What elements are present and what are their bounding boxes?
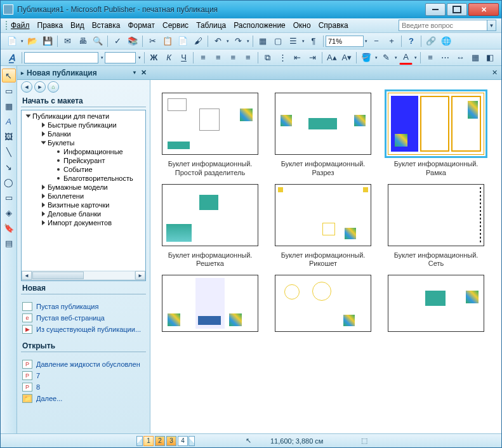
redo-button[interactable]: ↷: [231, 34, 245, 48]
underline-button[interactable]: Ч: [177, 51, 191, 65]
mail-button[interactable]: ✉: [60, 34, 74, 48]
align-left-button[interactable]: ≡: [196, 51, 210, 65]
font-size-combo[interactable]: [105, 52, 136, 63]
print-button[interactable]: 🖶: [76, 34, 89, 48]
menu-file[interactable]: Файл: [11, 21, 30, 30]
tree-item[interactable]: Информационные: [22, 147, 145, 156]
line-style-button[interactable]: ≡: [423, 51, 437, 65]
redo-dropdown[interactable]: ▾: [246, 39, 251, 44]
arrow-style-button[interactable]: ↔: [453, 51, 467, 65]
dash-style-button[interactable]: ⋯: [439, 51, 452, 65]
new-button[interactable]: 📄: [5, 34, 19, 48]
tree-scroll-left[interactable]: ◄: [22, 271, 32, 280]
tree-item[interactable]: Быстрые публикации: [22, 121, 145, 129]
menu-view[interactable]: Вид: [70, 21, 84, 30]
zoom-in-button[interactable]: +: [385, 34, 399, 48]
line-color-button[interactable]: ✎: [380, 51, 393, 65]
wordart-tool[interactable]: A: [2, 114, 16, 128]
gallery-item-0[interactable]: Буклет информационный. Простой разделите…: [162, 93, 258, 178]
save-button[interactable]: 💾: [41, 34, 55, 48]
tree-item[interactable]: Событие: [22, 165, 145, 174]
paste-button[interactable]: 📄: [176, 34, 190, 48]
research-button[interactable]: 📚: [126, 34, 140, 48]
fill-color-button[interactable]: 🪣: [359, 51, 373, 65]
page-nav-3[interactable]: 3: [166, 436, 176, 446]
3d-button[interactable]: ◧: [484, 51, 498, 65]
menu-insert[interactable]: Вставка: [92, 21, 121, 30]
italic-button[interactable]: К: [162, 51, 176, 65]
nav-back-button[interactable]: ◄: [21, 81, 32, 93]
help-dropdown-arrow[interactable]: ▼: [487, 20, 496, 31]
bold-button[interactable]: Ж: [147, 51, 161, 65]
link-recent-1[interactable]: P7: [22, 370, 145, 381]
layout-tree[interactable]: Публикации для печати Быстрые публикации…: [21, 110, 146, 281]
font-name-dropdown[interactable]: ▾: [100, 55, 105, 60]
link-blank-web[interactable]: eПустая веб-страница: [22, 312, 145, 324]
font-color-dropdown[interactable]: ▾: [413, 55, 418, 60]
menu-edit[interactable]: Правка: [37, 21, 63, 30]
font-name-combo[interactable]: [24, 52, 98, 63]
link-recent-0[interactable]: PДавление жидкости обусловлен: [22, 359, 145, 370]
minimize-button[interactable]: [425, 3, 446, 16]
copy-button[interactable]: 📋: [161, 34, 175, 48]
zoom-combo[interactable]: 71%: [326, 36, 364, 47]
tree-item[interactable]: Бумажные модели: [22, 183, 145, 192]
increase-indent-button[interactable]: ⇥: [305, 51, 319, 65]
tree-root[interactable]: Публикации для печати: [22, 112, 145, 121]
link-recent-2[interactable]: P8: [22, 381, 145, 393]
tree-scroll-right[interactable]: ►: [135, 271, 145, 280]
font-size-dropdown[interactable]: ▾: [137, 55, 142, 60]
font-color-button[interactable]: A: [399, 51, 413, 65]
gallery-item-2[interactable]: Буклет информационный. Рамка: [388, 93, 484, 178]
gallery-item-4[interactable]: Буклет информационный. Рикошет: [275, 184, 371, 269]
tree-item[interactable]: Бланки: [22, 129, 145, 138]
gallery-item-8[interactable]: [388, 275, 484, 332]
zoom-dropdown[interactable]: ▾: [364, 39, 369, 44]
maximize-button[interactable]: [447, 3, 467, 16]
select-tool[interactable]: ↖: [2, 69, 16, 82]
menu-window[interactable]: Окно: [293, 21, 311, 30]
autoshapes-tool[interactable]: ◈: [2, 206, 16, 220]
align-justify-button[interactable]: ≡: [241, 51, 255, 65]
gallery-item-5[interactable]: Буклет информационный. Сеть: [388, 184, 484, 269]
align-center-button[interactable]: ≡: [211, 51, 225, 65]
bullets-button[interactable]: ⋮: [275, 51, 289, 65]
bring-front-button[interactable]: ▦: [256, 34, 270, 48]
styles-button[interactable]: A̲: [5, 51, 19, 65]
gallery-close-button[interactable]: ✕: [492, 69, 498, 77]
tree-item[interactable]: Импорт документов: [22, 218, 145, 227]
gallery-item-1[interactable]: Буклет информационный. Разрез: [275, 93, 371, 178]
menu-gripper[interactable]: [6, 21, 8, 30]
bookmark-tool[interactable]: 🔖: [2, 221, 16, 235]
oval-tool[interactable]: ◯: [2, 175, 16, 189]
fill-color-dropdown[interactable]: ▾: [374, 55, 379, 60]
design-gallery-tool[interactable]: ▤: [2, 236, 16, 250]
gallery-item-7[interactable]: [275, 275, 371, 332]
undo-dropdown[interactable]: ▾: [225, 39, 230, 44]
align-right-button[interactable]: ≡: [227, 51, 241, 65]
numbering-button[interactable]: ⧉: [261, 51, 275, 65]
rectangle-tool[interactable]: ▭: [2, 190, 16, 204]
nav-home-button[interactable]: ⌂: [48, 81, 59, 93]
arrow-tool[interactable]: ↘: [2, 160, 16, 174]
gallery-item-6[interactable]: [162, 275, 258, 332]
help-search-input[interactable]: [399, 20, 487, 31]
undo-button[interactable]: ↶: [211, 34, 225, 48]
send-back-button[interactable]: ▢: [271, 34, 285, 48]
preview-button[interactable]: 🔍: [91, 34, 105, 48]
menu-help[interactable]: Справка: [319, 21, 348, 30]
link-blank-pub[interactable]: Пустая публикация: [22, 301, 145, 312]
cut-button[interactable]: ✂: [145, 34, 159, 48]
gallery-item-3[interactable]: Буклет информационный. Решетка: [162, 184, 258, 269]
picture-tool[interactable]: 🖼: [2, 129, 16, 143]
menu-format[interactable]: Формат: [128, 21, 155, 30]
page-nav-2[interactable]: 2: [155, 436, 165, 446]
tree-item[interactable]: Бюллетени: [22, 192, 145, 201]
format-painter-button[interactable]: 🖌: [191, 34, 205, 48]
tree-item[interactable]: Деловые бланки: [22, 209, 145, 218]
taskpane-menu-dropdown[interactable]: ▼: [132, 70, 137, 76]
nav-fwd-button[interactable]: ►: [34, 81, 46, 93]
close-button[interactable]: [468, 3, 499, 16]
grow-font-button[interactable]: A▴: [325, 51, 339, 65]
table-tool[interactable]: ▦: [2, 99, 16, 113]
